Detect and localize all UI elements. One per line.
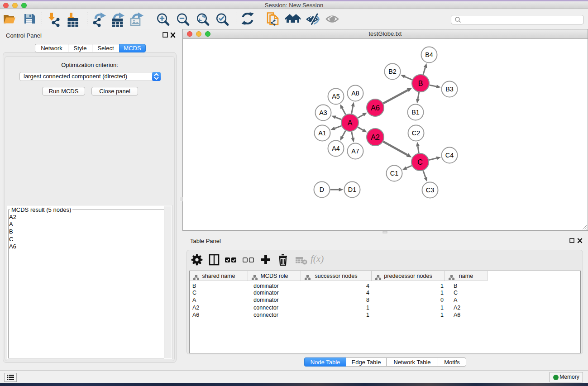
svg-text:A: A xyxy=(348,119,353,127)
svg-text:B: B xyxy=(418,80,423,87)
svg-text:A1: A1 xyxy=(318,129,326,137)
svg-text:D1: D1 xyxy=(348,186,356,193)
svg-text:C4: C4 xyxy=(445,152,454,159)
svg-text:A7: A7 xyxy=(351,148,359,155)
svg-text:C1: C1 xyxy=(390,170,398,177)
svg-text:A3: A3 xyxy=(319,109,327,116)
svg-text:A2: A2 xyxy=(371,133,380,141)
svg-text:A5: A5 xyxy=(332,93,340,100)
svg-text:A4: A4 xyxy=(332,145,340,152)
svg-text:D: D xyxy=(320,186,324,193)
svg-text:A8: A8 xyxy=(351,90,359,97)
svg-text:C2: C2 xyxy=(412,129,420,137)
svg-text:C3: C3 xyxy=(426,186,434,194)
svg-text:B3: B3 xyxy=(445,86,454,93)
svg-text:A6: A6 xyxy=(371,104,380,112)
svg-text:C: C xyxy=(417,158,423,166)
svg-text:B4: B4 xyxy=(425,51,433,58)
svg-text:B1: B1 xyxy=(411,109,420,116)
svg-text:B2: B2 xyxy=(388,68,397,75)
